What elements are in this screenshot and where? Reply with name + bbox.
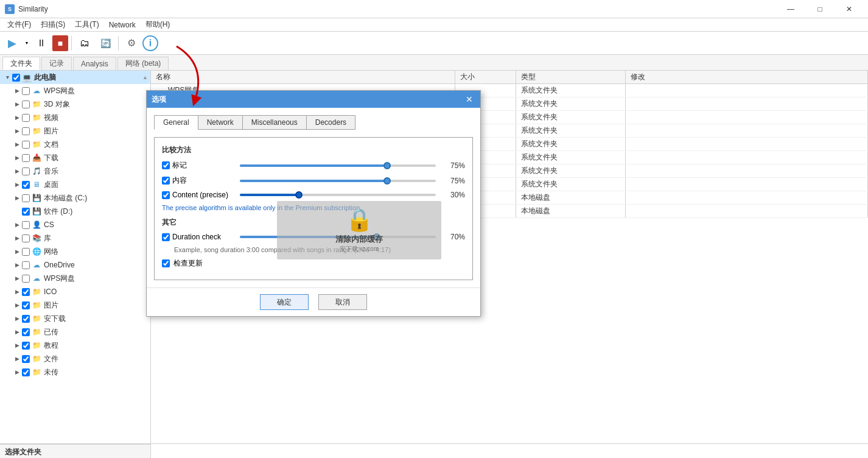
slider-fill-content	[240, 180, 387, 182]
checkbox-content[interactable]	[162, 177, 170, 185]
method-label-content: 内容	[172, 175, 187, 186]
slider-thumb-tag[interactable]	[383, 162, 391, 169]
checkbox-duration[interactable]	[162, 233, 170, 241]
checkbox-updates[interactable]	[162, 259, 170, 267]
confirm-button[interactable]: 确定	[260, 294, 309, 310]
method-row-content: 内容 75%	[162, 175, 465, 186]
watermark-overlay: 🔒 清除内部缓存 安下载 xz.com	[277, 201, 441, 259]
dialog-footer: 确定 取消	[147, 287, 480, 316]
slider-thumb-content[interactable]	[383, 177, 391, 185]
method-row-precise: Content (precise) 30%	[162, 191, 465, 199]
dialog-titlebar: 选项 ✕	[147, 91, 480, 108]
slider-tag: 75%	[240, 161, 465, 170]
slider-track-precise[interactable]	[240, 194, 436, 196]
dialog-tab-misc[interactable]: Miscellaneous	[242, 115, 307, 130]
method-label-duration: Duration check	[172, 233, 221, 241]
dialog-title: 选项	[152, 94, 463, 105]
slider-content: 75%	[240, 177, 465, 185]
slider-track-tag[interactable]	[240, 164, 436, 167]
method-check-duration: Duration check	[162, 233, 235, 241]
method-check-tag: 标记	[162, 160, 235, 171]
dialog-tab-decoders[interactable]: Decoders	[306, 115, 355, 130]
section-compare-label: 比较方法	[162, 145, 465, 155]
slider-precise: 30%	[240, 191, 465, 199]
slider-value-tag: 75%	[441, 161, 465, 170]
method-row-tag: 标记 75%	[162, 160, 465, 171]
slider-value-precise: 30%	[441, 191, 465, 199]
cancel-button[interactable]: 取消	[318, 294, 367, 310]
dialog-tab-network[interactable]: Network	[198, 115, 243, 130]
watermark-domain: 安下载 xz.com	[340, 245, 379, 253]
dialog-tab-general[interactable]: General	[154, 115, 198, 130]
lock-icon: 🔒	[346, 207, 373, 233]
watermark-label: 清除内部缓存	[335, 234, 383, 245]
checkbox-row-updates: 检查更新	[162, 258, 465, 269]
method-check-precise: Content (precise)	[162, 191, 235, 199]
checkbox-precise[interactable]	[162, 191, 170, 199]
dialog-tabs: General Network Miscellaneous Decoders	[154, 115, 473, 130]
updates-label: 检查更新	[173, 258, 203, 269]
slider-value-duration: 70%	[441, 233, 465, 241]
method-label-tag: 标记	[172, 160, 187, 171]
slider-fill-tag	[240, 164, 387, 167]
checkbox-tag[interactable]	[162, 161, 170, 169]
slider-value-content: 75%	[441, 177, 465, 185]
slider-thumb-precise[interactable]	[295, 191, 303, 199]
dialog-body: General Network Miscellaneous Decoders 比…	[147, 108, 480, 287]
method-check-content: 内容	[162, 175, 235, 186]
method-label-precise: Content (precise)	[172, 191, 228, 199]
dialog-close-button[interactable]: ✕	[463, 93, 475, 105]
slider-track-content[interactable]	[240, 180, 436, 182]
slider-fill-precise	[240, 194, 299, 196]
dialog-overlay: 选项 ✕ General Network Miscellaneous Decod…	[0, 0, 868, 458]
